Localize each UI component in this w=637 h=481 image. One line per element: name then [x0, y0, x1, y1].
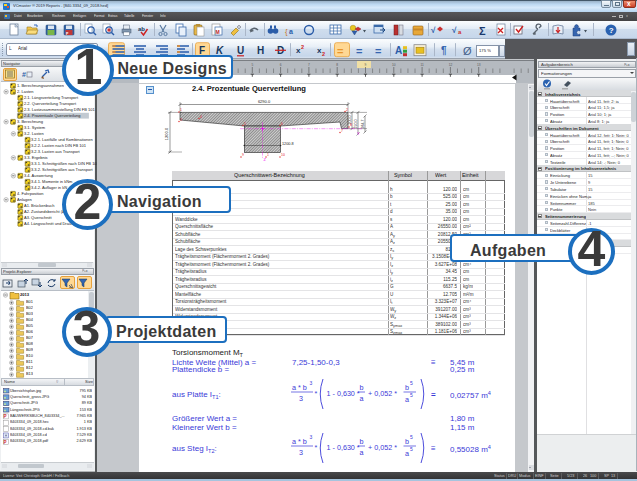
svg-text:5: 5 [410, 380, 413, 386]
svg-text:1 - 0,630 *: 1 - 0,630 * [327, 443, 360, 452]
svg-text:8: 8 [336, 63, 338, 67]
svg-text:+ 0,052 *: + 0,052 * [368, 443, 397, 452]
svg-text:√: √ [452, 26, 457, 35]
svg-text:b: b [405, 437, 409, 446]
svg-text:5: 5 [410, 392, 413, 398]
svg-text:9: 9 [364, 63, 366, 67]
svg-text:3: 3 [299, 447, 303, 456]
svg-text:A: A [395, 45, 402, 56]
svg-text:b: b [360, 437, 364, 446]
svg-text:364.7: 364.7 [361, 120, 365, 129]
svg-text:a: a [289, 28, 293, 35]
svg-text:3: 3 [180, 118, 182, 122]
svg-text:Z: Z [264, 157, 267, 162]
svg-text:5: 5 [251, 63, 253, 67]
svg-text:=: = [356, 45, 362, 57]
svg-text:7: 7 [341, 129, 343, 133]
svg-text:Σ: Σ [479, 25, 486, 37]
svg-text:13: 13 [476, 63, 480, 67]
svg-text:a: a [405, 395, 409, 404]
svg-text:*: * [315, 442, 318, 451]
svg-text:6: 6 [281, 122, 283, 126]
svg-text:a * b: a * b [292, 383, 307, 392]
svg-text:a: a [458, 29, 462, 35]
svg-text:5: 5 [244, 122, 246, 126]
svg-text:=: = [375, 45, 381, 57]
svg-text:11: 11 [420, 63, 424, 67]
svg-text:{: { [285, 27, 288, 36]
svg-text:150.0: 150.0 [354, 120, 358, 129]
svg-text:b: b [405, 383, 409, 392]
svg-text:a: a [405, 449, 409, 458]
svg-text:3: 3 [310, 380, 313, 386]
svg-text:2: 2 [322, 51, 325, 57]
svg-text:10: 10 [281, 153, 285, 157]
svg-text:8: 8 [350, 123, 352, 127]
svg-text:¶: ¶ [441, 45, 447, 56]
svg-text:H: H [257, 45, 264, 56]
svg-text:12: 12 [448, 63, 452, 67]
svg-text:?: ? [609, 26, 614, 35]
svg-text:6: 6 [279, 63, 281, 67]
svg-text:Y: Y [357, 131, 360, 136]
svg-text:ab: ab [138, 26, 145, 32]
svg-text:1200.0: 1200.0 [164, 127, 169, 140]
svg-text:5: 5 [410, 446, 413, 452]
svg-text:=: = [337, 45, 343, 57]
svg-text:10: 10 [392, 63, 396, 67]
svg-text:1: 1 [180, 108, 182, 112]
svg-text:a: a [360, 394, 364, 403]
svg-text:3: 3 [310, 434, 313, 440]
svg-text:√: √ [431, 26, 436, 35]
svg-text:U: U [237, 45, 244, 56]
svg-text:4: 4 [200, 115, 202, 119]
svg-text:6290.0: 6290.0 [258, 99, 271, 104]
svg-text:3: 3 [299, 393, 303, 402]
svg-text:2: 2 [301, 44, 304, 50]
svg-text:Ø: Ø [463, 45, 472, 57]
svg-text:9: 9 [242, 153, 244, 157]
svg-text:2: 2 [346, 108, 348, 112]
svg-text:7: 7 [308, 63, 310, 67]
svg-text:M: M [216, 29, 220, 35]
svg-text:b: b [360, 383, 364, 392]
svg-text:1200.8: 1200.8 [282, 142, 294, 146]
svg-text:*: * [315, 388, 318, 397]
svg-text:a: a [360, 448, 364, 457]
svg-text:1 - 0,630 *: 1 - 0,630 * [327, 389, 360, 398]
svg-text:5: 5 [410, 434, 413, 440]
svg-text:+ 0,052 *: + 0,052 * [368, 389, 397, 398]
svg-text:#: # [22, 71, 26, 78]
svg-text:1: 1 [267, 153, 269, 157]
svg-text:a * b: a * b [292, 437, 307, 446]
